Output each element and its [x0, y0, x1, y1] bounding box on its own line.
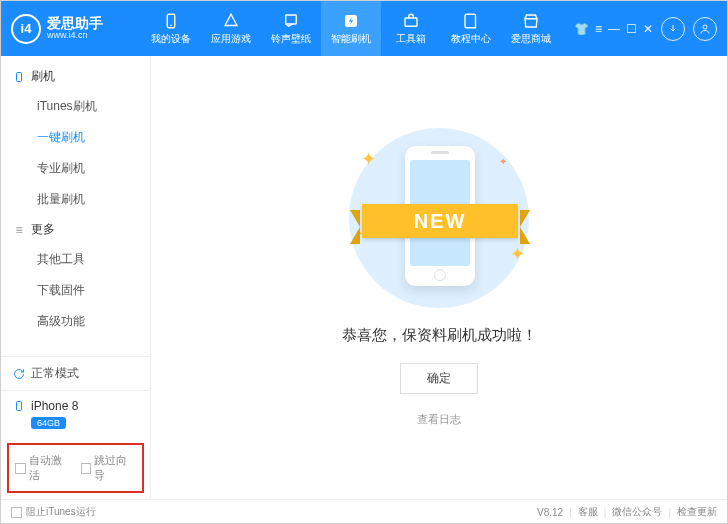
app-name: 爱思助手: [47, 16, 103, 31]
user-button[interactable]: [693, 17, 717, 41]
nav-tutorial[interactable]: 教程中心: [441, 1, 501, 56]
skip-wizard-checkbox[interactable]: 跳过向导: [81, 453, 137, 483]
main-nav: 我的设备 应用游戏 铃声壁纸 智能刷机 工具箱 教程中心 爱思商城: [141, 1, 561, 56]
sidebar-section-flash: 刷机: [1, 62, 150, 91]
toolbox-icon: [402, 12, 420, 30]
book-icon: [462, 12, 480, 30]
flash-icon: [342, 12, 360, 30]
svg-rect-6: [17, 72, 22, 81]
storage-badge: 64GB: [31, 417, 66, 429]
sidebar-item-pro[interactable]: 专业刷机: [1, 153, 150, 184]
more-icon: ≡: [13, 224, 25, 236]
sparkle-icon: ✦: [499, 156, 507, 167]
device-mode-row[interactable]: 正常模式: [1, 356, 150, 390]
close-button[interactable]: ✕: [643, 22, 653, 36]
svg-point-5: [703, 25, 707, 29]
header: i4 爱思助手 www.i4.cn 我的设备 应用游戏 铃声壁纸 智能刷机 工具…: [1, 1, 727, 56]
device-name: iPhone 8: [31, 399, 78, 413]
shop-icon: [522, 12, 540, 30]
view-log-link[interactable]: 查看日志: [417, 412, 461, 427]
minimize-button[interactable]: —: [608, 22, 620, 36]
nav-apps[interactable]: 应用游戏: [201, 1, 261, 56]
sidebar-item-firmware[interactable]: 下载固件: [1, 275, 150, 306]
window-controls: 👕 ≡ — ☐ ✕: [574, 22, 653, 36]
device-info[interactable]: iPhone 8 64GB: [1, 390, 150, 437]
nav-toolbox[interactable]: 工具箱: [381, 1, 441, 56]
highlighted-options: 自动激活 跳过向导: [7, 443, 144, 493]
nav-mall[interactable]: 爱思商城: [501, 1, 561, 56]
sidebar: 刷机 iTunes刷机 一键刷机 专业刷机 批量刷机 ≡ 更多 其他工具 下载固…: [1, 56, 151, 499]
nav-ringtone[interactable]: 铃声壁纸: [261, 1, 321, 56]
main-content: ✦ ✦ ✦ ✦ NEW 恭喜您，保资料刷机成功啦！ 确定 查看日志: [151, 56, 727, 499]
sidebar-item-batch[interactable]: 批量刷机: [1, 184, 150, 215]
success-illustration: ✦ ✦ ✦ ✦ NEW: [349, 128, 529, 308]
svg-rect-7: [17, 402, 22, 411]
sidebar-item-advanced[interactable]: 高级功能: [1, 306, 150, 337]
music-icon: [282, 12, 300, 30]
nav-my-device[interactable]: 我的设备: [141, 1, 201, 56]
svg-rect-2: [286, 15, 297, 24]
download-button[interactable]: [661, 17, 685, 41]
device-icon: [13, 400, 25, 412]
sidebar-item-oneclick[interactable]: 一键刷机: [1, 122, 150, 153]
auto-activate-checkbox[interactable]: 自动激活: [15, 453, 71, 483]
nav-flash[interactable]: 智能刷机: [321, 1, 381, 56]
block-itunes-checkbox[interactable]: 阻止iTunes运行: [11, 505, 96, 519]
phone-icon: [162, 12, 180, 30]
new-ribbon: NEW: [344, 200, 536, 242]
menu-icon[interactable]: ≡: [595, 22, 602, 36]
sidebar-section-more: ≡ 更多: [1, 215, 150, 244]
success-message: 恭喜您，保资料刷机成功啦！: [342, 326, 537, 345]
refresh-icon: [13, 368, 25, 380]
version-text: V8.12: [537, 507, 563, 518]
footer-support-link[interactable]: 客服: [578, 505, 598, 519]
svg-rect-4: [405, 18, 417, 26]
shirt-icon[interactable]: 👕: [574, 22, 589, 36]
app-url: www.i4.cn: [47, 31, 103, 41]
footer: 阻止iTunes运行 V8.12 | 客服 | 微信公众号 | 检查更新: [1, 499, 727, 524]
apps-icon: [222, 12, 240, 30]
sparkle-icon: ✦: [510, 243, 525, 265]
phone-small-icon: [13, 71, 25, 83]
sidebar-item-itunes[interactable]: iTunes刷机: [1, 91, 150, 122]
ok-button[interactable]: 确定: [400, 363, 478, 394]
maximize-button[interactable]: ☐: [626, 22, 637, 36]
sparkle-icon: ✦: [361, 148, 376, 170]
logo-icon: i4: [11, 14, 41, 44]
sidebar-item-tools[interactable]: 其他工具: [1, 244, 150, 275]
app-logo[interactable]: i4 爱思助手 www.i4.cn: [11, 14, 141, 44]
device-mode: 正常模式: [31, 365, 79, 382]
footer-update-link[interactable]: 检查更新: [677, 505, 717, 519]
footer-wechat-link[interactable]: 微信公众号: [612, 505, 662, 519]
